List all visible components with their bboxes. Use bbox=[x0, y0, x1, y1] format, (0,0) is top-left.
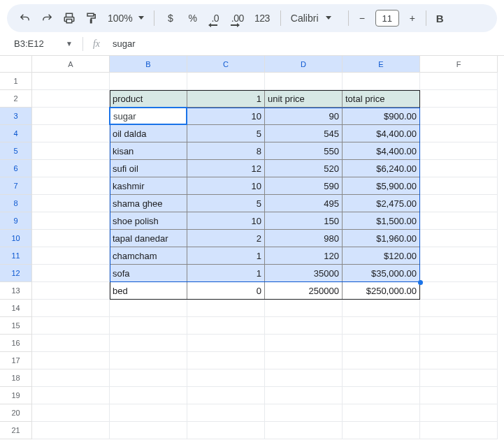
cell-b1[interactable] bbox=[110, 73, 187, 90]
row-header-19[interactable]: 19 bbox=[0, 387, 32, 404]
cell-f13[interactable] bbox=[420, 282, 498, 300]
cell-e4[interactable]: $4,400.00 bbox=[343, 125, 420, 142]
cell-e5[interactable]: $4,400.00 bbox=[343, 142, 420, 160]
cell-e10[interactable]: $1,960.00 bbox=[343, 230, 420, 247]
cell-d19[interactable] bbox=[265, 387, 343, 404]
fill-handle[interactable] bbox=[418, 280, 423, 285]
cell-e7[interactable]: $5,900.00 bbox=[343, 177, 420, 195]
cell-f6[interactable] bbox=[420, 160, 498, 177]
cell-e14[interactable] bbox=[343, 300, 420, 317]
row-header-5[interactable]: 5 bbox=[0, 142, 32, 160]
cell-b3[interactable]: sugar bbox=[110, 108, 187, 125]
cell-f19[interactable] bbox=[420, 387, 498, 404]
cell-e15[interactable] bbox=[343, 317, 420, 335]
cell-b4[interactable]: oil dalda bbox=[110, 125, 187, 142]
cell-f20[interactable] bbox=[420, 404, 498, 422]
cell-c8[interactable]: 5 bbox=[187, 195, 265, 212]
cell-a5[interactable] bbox=[32, 142, 110, 160]
cell-b10[interactable]: tapal danedar bbox=[110, 230, 187, 247]
row-header-16[interactable]: 16 bbox=[0, 335, 32, 352]
cell-d21[interactable] bbox=[265, 422, 343, 439]
cell-f10[interactable] bbox=[420, 230, 498, 247]
cell-c4[interactable]: 5 bbox=[187, 125, 265, 142]
cell-e9[interactable]: $1,500.00 bbox=[343, 212, 420, 230]
row-header-15[interactable]: 15 bbox=[0, 317, 32, 335]
row-header-12[interactable]: 12 bbox=[0, 265, 32, 282]
cell-f12[interactable] bbox=[420, 265, 498, 282]
col-header-c[interactable]: C bbox=[187, 56, 265, 73]
row-header-9[interactable]: 9 bbox=[0, 212, 32, 230]
cell-d1[interactable] bbox=[265, 73, 343, 90]
cell-b14[interactable] bbox=[110, 300, 187, 317]
cell-c17[interactable] bbox=[187, 352, 265, 369]
cell-c7[interactable]: 10 bbox=[187, 177, 265, 195]
row-header-13[interactable]: 13 bbox=[0, 282, 32, 300]
cell-f2[interactable] bbox=[420, 90, 498, 108]
cell-f11[interactable] bbox=[420, 247, 498, 265]
print-button[interactable] bbox=[59, 8, 80, 29]
cell-b12[interactable]: sofa bbox=[110, 265, 187, 282]
cell-d18[interactable] bbox=[265, 369, 343, 387]
cell-c19[interactable] bbox=[187, 387, 265, 404]
cell-c2[interactable]: 1 bbox=[187, 90, 265, 108]
cell-f1[interactable] bbox=[420, 73, 498, 90]
cell-b18[interactable] bbox=[110, 369, 187, 387]
row-header-4[interactable]: 4 bbox=[0, 125, 32, 142]
more-formats-button[interactable]: 123 bbox=[250, 8, 275, 29]
cell-d8[interactable]: 495 bbox=[265, 195, 343, 212]
cell-c14[interactable] bbox=[187, 300, 265, 317]
cell-d12[interactable]: 35000 bbox=[265, 265, 343, 282]
cell-d13[interactable]: 250000 bbox=[265, 282, 343, 300]
cell-c20[interactable] bbox=[187, 404, 265, 422]
cell-b21[interactable] bbox=[110, 422, 187, 439]
cell-f14[interactable] bbox=[420, 300, 498, 317]
cell-c21[interactable] bbox=[187, 422, 265, 439]
col-header-d[interactable]: D bbox=[265, 56, 343, 73]
row-header-17[interactable]: 17 bbox=[0, 352, 32, 369]
bold-button[interactable]: B bbox=[432, 13, 448, 24]
cell-a11[interactable] bbox=[32, 247, 110, 265]
redo-button[interactable] bbox=[36, 8, 57, 29]
row-header-20[interactable]: 20 bbox=[0, 404, 32, 422]
cell-f4[interactable] bbox=[420, 125, 498, 142]
cell-b5[interactable]: kisan bbox=[110, 142, 187, 160]
cell-b11[interactable]: chamcham bbox=[110, 247, 187, 265]
cell-f5[interactable] bbox=[420, 142, 498, 160]
cell-d7[interactable]: 590 bbox=[265, 177, 343, 195]
cell-e20[interactable] bbox=[343, 404, 420, 422]
cell-a1[interactable] bbox=[32, 73, 110, 90]
font-select[interactable]: Calibri bbox=[287, 13, 343, 24]
paint-format-button[interactable] bbox=[81, 8, 102, 29]
row-header-3[interactable]: 3 bbox=[0, 108, 32, 125]
cell-e12[interactable]: $35,000.00 bbox=[343, 265, 420, 282]
cell-e11[interactable]: $120.00 bbox=[343, 247, 420, 265]
cell-a18[interactable] bbox=[32, 369, 110, 387]
cell-a10[interactable] bbox=[32, 230, 110, 247]
cell-e3[interactable]: $900.00 bbox=[343, 108, 420, 125]
cell-e18[interactable] bbox=[343, 369, 420, 387]
cell-c10[interactable]: 2 bbox=[187, 230, 265, 247]
cell-e13[interactable]: $250,000.00 bbox=[343, 282, 420, 300]
col-header-e[interactable]: E bbox=[343, 56, 420, 73]
chevron-down-icon[interactable]: ▼ bbox=[66, 40, 73, 47]
cell-d20[interactable] bbox=[265, 404, 343, 422]
cell-c13[interactable]: 0 bbox=[187, 282, 265, 300]
row-header-6[interactable]: 6 bbox=[0, 160, 32, 177]
cell-a8[interactable] bbox=[32, 195, 110, 212]
cell-d14[interactable] bbox=[265, 300, 343, 317]
cell-e8[interactable]: $2,475.00 bbox=[343, 195, 420, 212]
cell-d2[interactable]: unit price bbox=[265, 90, 343, 108]
cell-b20[interactable] bbox=[110, 404, 187, 422]
cell-e6[interactable]: $6,240.00 bbox=[343, 160, 420, 177]
cell-e19[interactable] bbox=[343, 387, 420, 404]
cell-b8[interactable]: shama ghee bbox=[110, 195, 187, 212]
cell-d10[interactable]: 980 bbox=[265, 230, 343, 247]
increase-decimal-button[interactable]: .00 bbox=[227, 8, 248, 29]
font-size-input[interactable]: 11 bbox=[375, 10, 399, 27]
row-header-7[interactable]: 7 bbox=[0, 177, 32, 195]
cell-e16[interactable] bbox=[343, 335, 420, 352]
zoom-select[interactable]: 100% bbox=[103, 13, 148, 24]
cell-f7[interactable] bbox=[420, 177, 498, 195]
cell-a15[interactable] bbox=[32, 317, 110, 335]
cell-b19[interactable] bbox=[110, 387, 187, 404]
